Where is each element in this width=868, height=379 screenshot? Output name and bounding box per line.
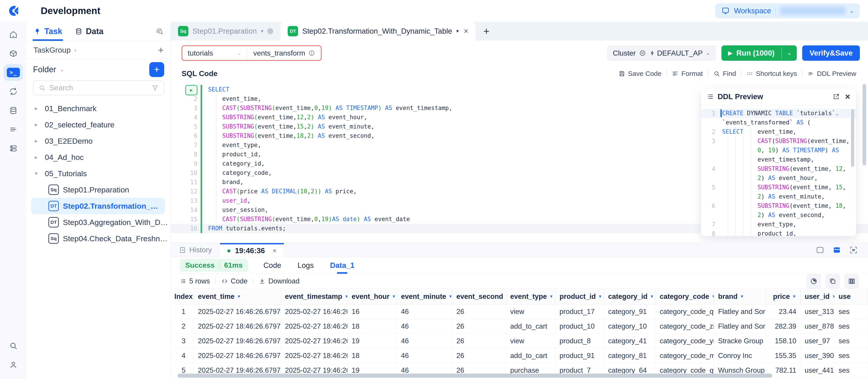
tree-item-step01-preparation[interactable]: SqStep01.Preparation <box>27 182 170 198</box>
tab-history[interactable]: History <box>171 243 220 257</box>
tree-item-03-e2edemo[interactable]: ▸03_E2EDemo <box>27 133 170 149</box>
change-indicator-bar <box>200 113 202 122</box>
sort-filter-icon[interactable]: ▼ <box>392 294 396 299</box>
column-header-use[interactable]: use <box>835 289 868 305</box>
new-tab-button[interactable]: + <box>475 22 497 41</box>
panel-tab-data[interactable]: Data <box>75 22 103 41</box>
sort-filter-icon[interactable]: ▼ <box>598 294 602 299</box>
tree-item-04-ad-hoc[interactable]: ▸04_Ad_hoc <box>27 149 170 165</box>
result-action-5-rows[interactable]: 5 rows <box>180 277 215 285</box>
tree-item-step04-check-data-freshness[interactable]: SqStep04.Check_Data_Freshness <box>27 230 170 247</box>
workspace-switcher[interactable]: Workspace ⌄ <box>715 3 860 18</box>
tree-item-01-benchmark[interactable]: ▸01_Benchmark <box>27 100 170 116</box>
action-ddl-preview[interactable]: DDL Preview <box>802 70 861 77</box>
taskgroup-add-button[interactable]: + <box>158 44 164 56</box>
result-tab-logs[interactable]: Logs <box>297 257 315 274</box>
column-header-event_minute[interactable]: event_minute▼ <box>397 289 452 305</box>
column-label: Index <box>174 292 193 301</box>
change-indicator-bar <box>200 131 202 140</box>
folder-dropdown[interactable]: Folder ⌄ <box>33 65 64 74</box>
column-header-category_id[interactable]: category_id▼ <box>604 289 656 305</box>
close-icon[interactable]: × <box>464 27 468 36</box>
tree-search-toggle[interactable] <box>155 22 164 41</box>
editor-tab[interactable]: DTStep02.Transformation_With_Dynamic_Tab… <box>280 22 475 41</box>
database-select[interactable]: tutorials ⌄ <box>182 46 247 60</box>
column-header-brand[interactable]: brand▼ <box>714 289 766 305</box>
sort-filter-icon[interactable]: ▼ <box>712 294 714 299</box>
tab-run-result[interactable]: ■ 19:46:36 × <box>220 243 284 257</box>
column-header-event_hour[interactable]: event_hour▼ <box>348 289 397 305</box>
sql-editor[interactable]: ▶SELECT2 event_time,3 CAST(SUBSTRING(eve… <box>171 82 868 243</box>
table-cell: Conroy Inc <box>714 348 766 363</box>
panel-tab-task[interactable]: Task <box>33 22 62 41</box>
chevron-down-icon[interactable]: ▾ <box>456 28 459 34</box>
sort-filter-icon[interactable]: ▼ <box>832 294 835 299</box>
tree-item-05-tutorials[interactable]: ▾05_Tutorials <box>27 165 170 182</box>
sort-filter-icon[interactable]: ▼ <box>792 294 796 299</box>
filter-icon[interactable] <box>152 84 159 92</box>
action-find[interactable]: Find <box>708 70 741 77</box>
action-shortcut-keys[interactable]: Shortcut keys <box>741 70 802 77</box>
column-header-event_type[interactable]: event_type▼ <box>506 289 555 305</box>
close-icon[interactable]: × <box>845 92 850 102</box>
run-options-button[interactable]: ⌄ <box>782 45 797 61</box>
run-line-button[interactable]: ▶ <box>185 85 197 95</box>
sort-filter-icon[interactable]: ▼ <box>740 294 744 299</box>
tree-item-step02-transformation-with-[interactable]: DTStep02.Transformation_With… <box>31 198 165 214</box>
editor-tab[interactable]: SqStep01.Preparation▾ <box>171 22 280 41</box>
editor-vertical-scrollbar[interactable] <box>863 84 866 165</box>
chevron-down-icon[interactable]: ▾ <box>261 28 263 34</box>
sort-filter-icon[interactable]: ▼ <box>650 294 654 299</box>
open-in-new-icon[interactable] <box>833 93 840 100</box>
ddl-line: 5 SUBSTRING(event_time, 15, <box>701 183 856 192</box>
sort-filter-icon[interactable]: ▼ <box>448 294 452 299</box>
table-name-field[interactable]: vents_transform <box>247 46 321 60</box>
rail-item-user[interactable] <box>4 356 23 373</box>
sort-filter-icon[interactable]: ▼ <box>237 294 241 299</box>
add-task-button[interactable]: + <box>149 62 164 77</box>
column-header-event_second[interactable]: event_second▼ <box>452 289 506 305</box>
panel-split-icon[interactable] <box>832 245 841 254</box>
column-header-event_timestamp[interactable]: event_timestamp▼ <box>281 289 348 305</box>
rail-item-cube[interactable] <box>4 45 23 62</box>
column-header-category_code[interactable]: category_code▼ <box>656 289 714 305</box>
ddl-scrollbar[interactable] <box>851 109 854 167</box>
fullscreen-icon[interactable] <box>849 245 858 254</box>
sort-filter-icon[interactable]: ▼ <box>344 294 348 299</box>
rail-item-list-lines[interactable] <box>4 121 23 138</box>
action-format[interactable]: Format <box>667 70 708 77</box>
rail-item-database[interactable] <box>4 102 23 119</box>
taskgroup-row[interactable]: TaskGroup › + <box>27 41 170 59</box>
pie-button[interactable] <box>806 274 821 288</box>
rail-item-search[interactable] <box>4 338 23 354</box>
app-logo[interactable] <box>0 4 27 17</box>
rail-item-servers[interactable] <box>4 140 23 157</box>
tree-item-step03-aggregation-with-dy-[interactable]: DTStep03.Aggregation_With_Dy… <box>27 214 170 230</box>
column-header-event_time[interactable]: event_time▼ <box>194 289 281 305</box>
action-save-code[interactable]: Save Code <box>614 70 666 77</box>
column-header-user_id[interactable]: user_id▼ <box>801 289 835 305</box>
column-header-Index[interactable]: Index <box>174 289 194 305</box>
verify-save-button[interactable]: Verify&Save <box>802 45 860 61</box>
result-action-code[interactable]: Code <box>216 277 253 285</box>
tree-search[interactable] <box>33 80 164 95</box>
sort-filter-icon[interactable]: ▼ <box>549 294 553 299</box>
copy-button[interactable] <box>826 274 840 288</box>
rail-item-terminal[interactable]: >_ <box>4 64 23 81</box>
rail-item-sync[interactable] <box>4 83 23 100</box>
result-tab-code[interactable]: Code <box>262 257 282 274</box>
panel-layout-icon[interactable] <box>815 245 825 254</box>
cluster-select[interactable]: Cluster DEFAULT_AP ⌄ <box>607 45 716 61</box>
rail-item-home[interactable] <box>4 26 23 43</box>
table-horizontal-scrollbar[interactable] <box>178 374 772 378</box>
result-action-download[interactable]: Download <box>253 277 305 285</box>
database-value: tutorials <box>188 49 213 57</box>
columns-button[interactable] <box>844 274 859 288</box>
column-header-price[interactable]: price▼ <box>766 289 801 305</box>
run-button[interactable]: ▶ Run (1000) <box>721 45 781 61</box>
close-icon[interactable]: × <box>273 247 277 254</box>
column-header-product_id[interactable]: product_id▼ <box>555 289 604 305</box>
result-tab-data_1[interactable]: Data_1 <box>329 257 355 274</box>
tree-item-02-selected-feature[interactable]: ▸02_selected_feature <box>27 116 170 133</box>
search-input[interactable] <box>49 83 148 92</box>
